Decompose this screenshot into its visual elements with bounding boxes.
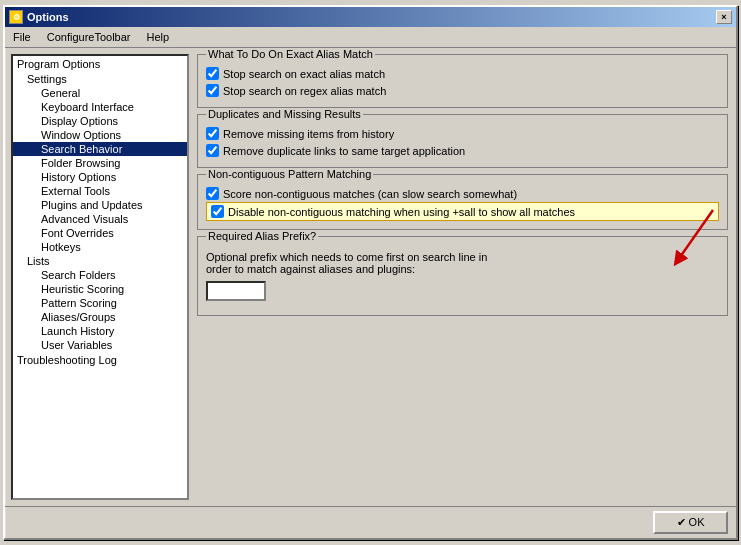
sidebar-item-font-overrides[interactable]: Font Overrides — [13, 226, 187, 240]
check-remove-missing: Remove missing items from history — [206, 125, 719, 142]
sidebar-item-folder-browsing[interactable]: Folder Browsing — [13, 156, 187, 170]
label-remove-missing: Remove missing items from history — [223, 128, 394, 140]
ok-button[interactable]: ✔ OK — [653, 511, 728, 534]
sidebar: Program Options Settings General Keyboar… — [11, 54, 189, 500]
sidebar-item-pattern-scoring[interactable]: Pattern Scoring — [13, 296, 187, 310]
window-title: Options — [27, 11, 69, 23]
sidebar-item-settings[interactable]: Settings — [13, 72, 187, 86]
menu-configuretoolbar[interactable]: ConfigureToolbar — [43, 29, 135, 45]
group-exact-alias-title: What To Do On Exact Alias Match — [206, 48, 375, 60]
main-window: ⚙ Options × File ConfigureToolbar Help P… — [3, 5, 738, 540]
group-noncontiguous-title: Non-contiguous Pattern Matching — [206, 168, 373, 180]
check-remove-duplicate: Remove duplicate links to same target ap… — [206, 142, 719, 159]
content-area: Program Options Settings General Keyboar… — [5, 48, 736, 506]
sidebar-item-launch-history[interactable]: Launch History — [13, 324, 187, 338]
checkbox-remove-duplicate[interactable] — [206, 144, 219, 157]
required-alias-desc-line2: order to match against aliases and plugi… — [206, 263, 719, 275]
group-duplicates: Duplicates and Missing Results Remove mi… — [197, 114, 728, 168]
sidebar-item-display-options[interactable]: Display Options — [13, 114, 187, 128]
checkbox-score-noncontiguous[interactable] — [206, 187, 219, 200]
title-bar: ⚙ Options × — [5, 7, 736, 27]
label-score-noncontiguous: Score non-contiguous matches (can slow s… — [223, 188, 517, 200]
sidebar-item-general[interactable]: General — [13, 86, 187, 100]
required-alias-desc-line1: Optional prefix which needs to come firs… — [206, 251, 719, 263]
window-icon: ⚙ — [9, 10, 23, 24]
group-duplicates-title: Duplicates and Missing Results — [206, 108, 363, 120]
sidebar-item-search-folders[interactable]: Search Folders — [13, 268, 187, 282]
label-stop-exact: Stop search on exact alias match — [223, 68, 385, 80]
sidebar-item-user-variables[interactable]: User Variables — [13, 338, 187, 352]
group-required-alias-title: Required Alias Prefix? — [206, 230, 318, 242]
check-stop-exact: Stop search on exact alias match — [206, 65, 719, 82]
check-score-noncontiguous: Score non-contiguous matches (can slow s… — [206, 185, 719, 202]
menu-help[interactable]: Help — [143, 29, 174, 45]
main-panel: What To Do On Exact Alias Match Stop sea… — [189, 48, 736, 506]
sidebar-item-external-tools[interactable]: External Tools — [13, 184, 187, 198]
checkbox-remove-missing[interactable] — [206, 127, 219, 140]
group-required-alias: Required Alias Prefix? Optional prefix w… — [197, 236, 728, 316]
label-remove-duplicate: Remove duplicate links to same target ap… — [223, 145, 465, 157]
title-bar-left: ⚙ Options — [9, 10, 69, 24]
bottom-bar: ✔ OK — [5, 506, 736, 538]
checkbox-disable-noncontiguous[interactable] — [211, 205, 224, 218]
label-disable-noncontiguous: Disable non-contiguous matching when usi… — [228, 206, 575, 218]
check-stop-regex: Stop search on regex alias match — [206, 82, 719, 99]
menu-bar: File ConfigureToolbar Help — [5, 27, 736, 48]
checkbox-stop-regex[interactable] — [206, 84, 219, 97]
sidebar-item-history-options[interactable]: History Options — [13, 170, 187, 184]
sidebar-item-advanced-visuals[interactable]: Advanced Visuals — [13, 212, 187, 226]
sidebar-item-aliases-groups[interactable]: Aliases/Groups — [13, 310, 187, 324]
sidebar-item-troubleshooting-log[interactable]: Troubleshooting Log — [13, 352, 187, 368]
close-button[interactable]: × — [716, 10, 732, 24]
sidebar-item-keyboard-interface[interactable]: Keyboard Interface — [13, 100, 187, 114]
label-stop-regex: Stop search on regex alias match — [223, 85, 386, 97]
sidebar-item-program-options[interactable]: Program Options — [13, 56, 187, 72]
sidebar-item-search-behavior[interactable]: Search Behavior — [13, 142, 187, 156]
sidebar-item-plugins-and-updates[interactable]: Plugins and Updates — [13, 198, 187, 212]
sidebar-item-hotkeys[interactable]: Hotkeys — [13, 240, 187, 254]
group-noncontiguous: Non-contiguous Pattern Matching Score no… — [197, 174, 728, 230]
check-disable-noncontiguous: Disable non-contiguous matching when usi… — [206, 202, 719, 221]
alias-prefix-input[interactable] — [206, 281, 266, 301]
sidebar-item-heuristic-scoring[interactable]: Heuristic Scoring — [13, 282, 187, 296]
sidebar-item-window-options[interactable]: Window Options — [13, 128, 187, 142]
checkbox-stop-exact[interactable] — [206, 67, 219, 80]
group-exact-alias: What To Do On Exact Alias Match Stop sea… — [197, 54, 728, 108]
title-bar-buttons: × — [716, 10, 732, 24]
menu-file[interactable]: File — [9, 29, 35, 45]
sidebar-item-lists[interactable]: Lists — [13, 254, 187, 268]
